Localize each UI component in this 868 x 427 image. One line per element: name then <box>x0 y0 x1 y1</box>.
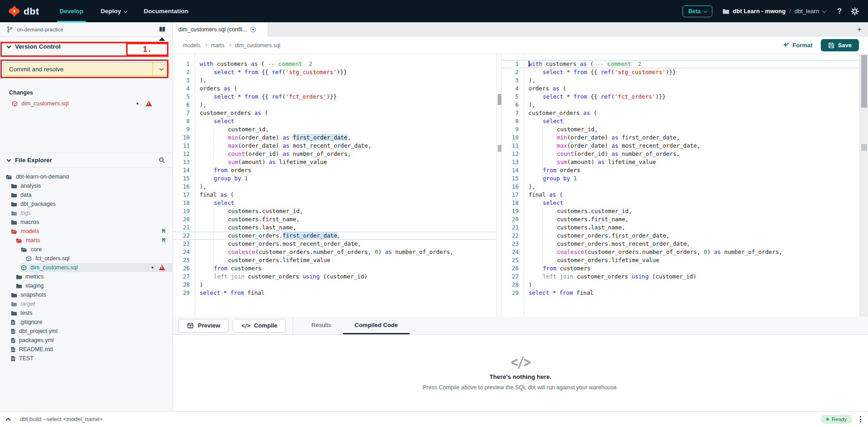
code-line-15[interactable]: 15 group by 1 <box>502 174 859 183</box>
dbt-logo[interactable]: dbt <box>0 0 51 22</box>
file-tree-item-metrics[interactable]: metrics <box>0 272 172 281</box>
code-line-21[interactable]: 21 customers.last_name, <box>173 223 496 232</box>
code-line-12[interactable]: 12 count(order_id) as number_of_orders, <box>502 150 859 158</box>
code-line-8[interactable]: 8 select <box>502 117 859 125</box>
file-tree-item-readme-md[interactable]: README.md <box>0 345 172 354</box>
code-line-19[interactable]: 19 customers.customer_id, <box>502 207 859 215</box>
code-line-25[interactable]: 25 customer_orders.lifetime_value <box>173 256 496 264</box>
account-switcher[interactable]: dbt Learn - mwong / dbt_learn <box>722 8 825 15</box>
help-button[interactable]: ? <box>837 7 842 15</box>
code-line-13[interactable]: 13 sum(amount) as lifetime_value <box>173 158 496 166</box>
file-tree-item-dbt-project-yml[interactable]: dbt_project.yml <box>0 327 172 336</box>
code-line-17[interactable]: 17final as ( <box>502 191 859 199</box>
file-tree-item-core[interactable]: core <box>0 245 172 254</box>
file-tree-item-test[interactable]: TEST <box>0 354 172 363</box>
code-line-29[interactable]: 29select * from final <box>502 289 859 297</box>
file-tree-item-fct-orders-sql[interactable]: fct_orders.sql <box>0 254 172 263</box>
code-line-6[interactable]: 6), <box>502 101 859 109</box>
file-tree-item-snapshots[interactable]: snapshots <box>0 290 172 299</box>
settings-button[interactable] <box>851 7 859 15</box>
code-line-22[interactable]: 22 customer_orders.first_order_date, <box>502 232 859 240</box>
file-tree-item-target[interactable]: target <box>0 299 172 308</box>
code-line-12[interactable]: 12 count(order_id) as number_of_orders, <box>173 150 496 158</box>
file-tree-item-analysis[interactable]: analysis <box>0 181 172 190</box>
code-line-24[interactable]: 24 coalesce(customer_orders.number_of_or… <box>173 248 496 256</box>
file-tree-item-logs[interactable]: logs <box>0 209 172 218</box>
code-line-10[interactable]: 10 min(order_date) as first_order_date, <box>502 134 859 142</box>
tab-results[interactable]: Results <box>299 317 343 334</box>
code-line-22[interactable]: 22 customer_orders.first_order_date, <box>173 232 496 240</box>
chevron-up-icon[interactable] <box>5 417 10 422</box>
left-editor-scrollbar[interactable] <box>496 54 502 317</box>
new-tab-button[interactable]: + <box>851 25 868 34</box>
code-line-7[interactable]: 7customer_orders as ( <box>173 109 496 117</box>
breadcrumb-file[interactable]: dim_customers.sql <box>235 42 280 49</box>
file-tree-item-dbt-learn-on-demand[interactable]: dbt-learn-on-demand <box>0 172 172 181</box>
code-line-17[interactable]: 17final as ( <box>173 191 496 199</box>
code-line-18[interactable]: 18 select <box>173 199 496 207</box>
file-tree-item-models[interactable]: modelsM <box>0 227 172 236</box>
code-pane-right[interactable]: 1with customers as ( -- comment 22 selec… <box>502 54 859 317</box>
code-line-21[interactable]: 21 customers.last_name, <box>502 223 859 232</box>
code-pane-left[interactable]: 1with customers as ( -- comment 22 selec… <box>173 54 496 317</box>
tab-compiled-code[interactable]: Compiled Code <box>343 317 410 334</box>
scrollbar-thumb[interactable] <box>861 55 867 108</box>
code-line-5[interactable]: 5 select * from {{ ref('fct_orders')}} <box>502 93 859 101</box>
kebab-menu-button[interactable] <box>858 415 863 424</box>
code-line-20[interactable]: 20 customers.first_name, <box>173 215 496 223</box>
changes-item-dim-customers-sql[interactable]: dim_customers.sql <box>0 99 172 109</box>
file-tree-item-tests[interactable]: tests <box>0 308 172 318</box>
editor-tab-dim-customers[interactable]: dim_customers.sql (confli... <box>173 22 268 37</box>
code-line-3[interactable]: 3), <box>502 76 859 84</box>
file-tree-item-macros[interactable]: macros <box>0 218 172 227</box>
code-line-27[interactable]: 27 left join customer_orders using (cust… <box>502 273 859 281</box>
file-tree-item-staging[interactable]: staging <box>0 281 172 290</box>
commit-and-resolve-button[interactable]: Commit and resolve <box>3 62 169 76</box>
code-line-11[interactable]: 11 max(order_date) as most_recent_order_… <box>173 142 496 150</box>
code-line-20[interactable]: 20 customers.first_name, <box>502 215 859 223</box>
nav-develop[interactable]: Develop <box>51 0 92 22</box>
command-input[interactable]: dbt build --select <model_name> <box>20 416 821 422</box>
code-line-25[interactable]: 25 customer_orders.lifetime_value <box>502 256 859 264</box>
code-line-10[interactable]: 10 min(order_date) as first_order_date, <box>173 134 496 142</box>
code-line-1[interactable]: 1with customers as ( -- comment 2 <box>502 60 859 68</box>
code-line-5[interactable]: 5 select * from {{ ref('fct_orders')}} <box>173 93 496 101</box>
code-line-26[interactable]: 26 from customers <box>502 264 859 273</box>
nav-deploy[interactable]: Deploy <box>92 0 135 22</box>
commit-dropdown-toggle[interactable] <box>152 63 169 75</box>
file-tree-item-dbt-packages[interactable]: dbt_packages <box>0 199 172 209</box>
code-line-26[interactable]: 26 from customers <box>173 264 496 273</box>
code-line-4[interactable]: 4orders as ( <box>173 84 496 93</box>
file-explorer-header[interactable]: File Explorer <box>0 153 172 168</box>
format-button[interactable]: Format <box>783 42 813 49</box>
code-line-7[interactable]: 7customer_orders as ( <box>502 109 859 117</box>
breadcrumb-marts[interactable]: marts <box>211 42 225 49</box>
nav-documentation[interactable]: Documentation <box>135 0 197 22</box>
code-line-16[interactable]: 16), <box>502 183 859 191</box>
file-tree-item-dim-customers-sql[interactable]: dim_customers.sql <box>0 263 172 272</box>
code-line-14[interactable]: 14 from orders <box>502 166 859 174</box>
file-search-button[interactable] <box>158 157 165 164</box>
code-line-28[interactable]: 28) <box>502 281 859 289</box>
code-line-6[interactable]: 6), <box>173 101 496 109</box>
code-line-1[interactable]: 1with customers as ( -- comment 2 <box>173 60 496 68</box>
compile-button[interactable]: </> Compile <box>233 319 286 333</box>
file-tree-item--gitignore[interactable]: .gitignore <box>0 318 172 327</box>
code-line-4[interactable]: 4orders as ( <box>502 84 859 93</box>
breadcrumb-models[interactable]: models <box>183 42 201 49</box>
code-line-15[interactable]: 15 group by 1 <box>173 174 496 183</box>
code-line-18[interactable]: 18 select <box>502 199 859 207</box>
code-line-3[interactable]: 3), <box>173 76 496 84</box>
file-tree-item-marts[interactable]: martsM <box>0 236 172 245</box>
docs-book-button[interactable] <box>158 26 166 33</box>
file-tree-item-data[interactable]: data <box>0 190 172 199</box>
right-editor-scrollbar[interactable] <box>859 54 868 317</box>
code-line-8[interactable]: 8 select <box>173 117 496 125</box>
file-tree-item-packages-yml[interactable]: packages.yml <box>0 336 172 345</box>
code-line-23[interactable]: 23 customer_orders.most_recent_order_dat… <box>173 240 496 248</box>
preview-button[interactable]: Preview <box>178 319 229 333</box>
beta-button[interactable]: Beta <box>682 5 712 17</box>
code-line-9[interactable]: 9 customer_id, <box>502 125 859 134</box>
code-line-14[interactable]: 14 from orders <box>173 166 496 174</box>
code-line-2[interactable]: 2 select * from {{ ref('stg_customers')}… <box>173 68 496 76</box>
